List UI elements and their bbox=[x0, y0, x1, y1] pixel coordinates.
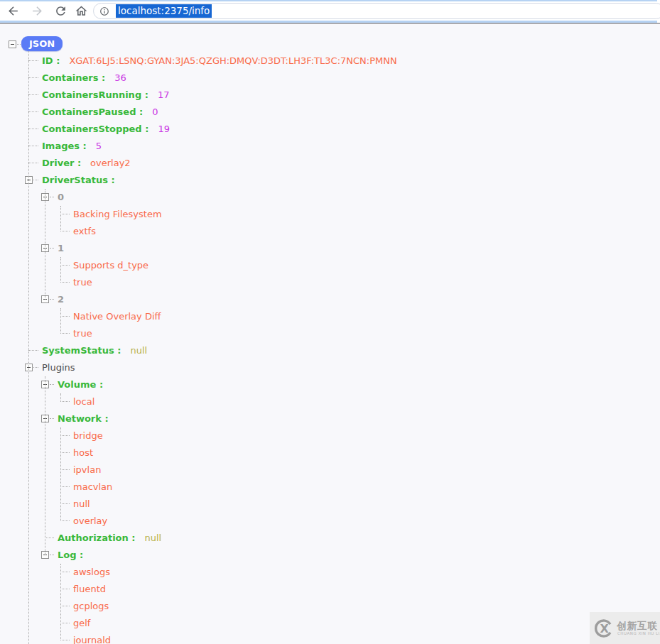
tree-guide bbox=[45, 376, 45, 555]
tree-connector bbox=[17, 44, 21, 45]
tree-entry: IDXGAT:6LJ5:LSNQ:GYAN:3JA5:QZGH:DMQV:D3D… bbox=[42, 53, 397, 70]
tree-row: macvlan bbox=[0, 479, 660, 496]
tree-row: ContainersPaused0 bbox=[0, 104, 660, 121]
json-value: 17 bbox=[158, 89, 170, 100]
tree-row: ContainersStopped19 bbox=[0, 121, 660, 138]
reload-button[interactable] bbox=[54, 4, 68, 18]
json-key[interactable]: Log bbox=[58, 550, 83, 560]
json-value: journald bbox=[73, 635, 111, 644]
tree-entry: fluentd bbox=[73, 581, 106, 598]
tree-entry: Backing Filesystem bbox=[73, 206, 162, 223]
json-value: fluentd bbox=[73, 584, 106, 594]
tree-row: 2 bbox=[0, 291, 660, 308]
back-button[interactable] bbox=[6, 4, 21, 18]
json-value: null bbox=[130, 345, 147, 356]
forward-button[interactable] bbox=[31, 4, 45, 18]
home-icon bbox=[75, 4, 88, 18]
tree-guide bbox=[28, 51, 29, 644]
json-key[interactable]: 1 bbox=[58, 243, 64, 253]
json-value: ipvlan bbox=[73, 464, 101, 475]
tree-connector bbox=[60, 265, 70, 266]
address-bar[interactable]: localhost:2375/info bbox=[93, 3, 660, 19]
tree-row: Containers36 bbox=[0, 70, 660, 87]
tree-guide bbox=[45, 189, 45, 300]
json-value: null bbox=[73, 498, 90, 509]
json-key: ContainersStopped bbox=[42, 124, 148, 134]
tree-row: Driveroverlay2 bbox=[0, 155, 660, 172]
tree-entry: ipvlan bbox=[73, 462, 101, 479]
json-value: overlay bbox=[73, 515, 107, 526]
tree-guide bbox=[60, 427, 61, 521]
tree-entry: Driveroverlay2 bbox=[42, 155, 131, 172]
json-value: overlay2 bbox=[90, 158, 131, 168]
tree-row: 1 bbox=[0, 240, 660, 257]
json-value: XGAT:6LJ5:LSNQ:GYAN:3JA5:QZGH:DMQV:D3DT:… bbox=[69, 55, 396, 66]
json-key: SystemStatus bbox=[42, 345, 121, 356]
page-info-button[interactable] bbox=[99, 6, 109, 16]
tree-connector bbox=[60, 640, 70, 640]
tree-entry: gcplogs bbox=[73, 598, 109, 615]
json-key[interactable]: Volume bbox=[58, 379, 103, 390]
tree-connector bbox=[45, 537, 54, 538]
tree-row: IDXGAT:6LJ5:LSNQ:GYAN:3JA5:QZGH:DMQV:D3D… bbox=[0, 53, 660, 70]
tree-row: local bbox=[0, 393, 660, 410]
watermark-logo-icon: X bbox=[594, 618, 614, 638]
tree-guide bbox=[60, 393, 61, 402]
tree-entry: DriverStatus bbox=[42, 172, 115, 189]
json-key: Authorization bbox=[58, 533, 136, 543]
tree-connector bbox=[60, 316, 70, 317]
watermark: X 创新互联 CHUANG XIN HU LIAN bbox=[590, 612, 660, 644]
tree-row: Backing Filesystem bbox=[0, 206, 660, 223]
tree-row: true bbox=[0, 274, 660, 291]
tree-guide bbox=[60, 308, 61, 334]
json-value: awslogs bbox=[73, 567, 110, 577]
tree-row: Authorizationnull bbox=[0, 530, 660, 547]
tree-connector bbox=[28, 146, 38, 146]
json-value: gelf bbox=[73, 618, 90, 628]
tree-connector bbox=[50, 418, 54, 419]
json-value: local bbox=[73, 396, 94, 407]
tree-row: Network bbox=[0, 410, 660, 427]
minus-icon bbox=[11, 44, 14, 45]
tree-connector bbox=[60, 214, 70, 214]
info-icon bbox=[99, 6, 109, 16]
json-key[interactable]: 0 bbox=[58, 192, 64, 202]
json-value: true bbox=[73, 328, 92, 339]
tree-row: Images5 bbox=[0, 138, 660, 155]
json-key[interactable]: 2 bbox=[58, 294, 64, 305]
home-button[interactable] bbox=[75, 4, 89, 18]
tree-entry: local bbox=[73, 393, 94, 410]
tree-connector bbox=[60, 486, 70, 487]
tree-connector bbox=[60, 623, 70, 623]
url-text[interactable]: localhost:2375/info bbox=[116, 4, 212, 18]
json-value: extfs bbox=[73, 226, 96, 236]
tree-entry: SystemStatusnull bbox=[42, 342, 147, 359]
tree-row: overlay bbox=[0, 513, 660, 530]
tree-guide bbox=[60, 206, 61, 231]
tree-connector bbox=[60, 520, 70, 521]
watermark-text-en: CHUANG XIN HU LIAN bbox=[617, 631, 660, 635]
tree-entry: true bbox=[73, 325, 92, 342]
tree-entry: ContainersStopped19 bbox=[42, 121, 170, 138]
tree-toggle-root[interactable] bbox=[9, 40, 16, 48]
tree-entry: awslogs bbox=[73, 564, 110, 581]
json-key: Driver bbox=[42, 158, 81, 168]
tree-row: ContainersRunning17 bbox=[0, 87, 660, 104]
json-key: ContainersPaused bbox=[42, 107, 143, 117]
tree-row: SystemStatusnull bbox=[0, 342, 660, 359]
json-key[interactable]: Network bbox=[58, 413, 109, 424]
tree-connector bbox=[60, 606, 70, 606]
tree-connector bbox=[60, 333, 70, 334]
tree-row: true bbox=[0, 325, 660, 342]
tree-connector bbox=[60, 589, 70, 589]
json-value: bridge bbox=[73, 430, 103, 441]
tree-connector bbox=[28, 350, 38, 351]
json-key[interactable]: DriverStatus bbox=[42, 175, 115, 185]
tree-connector bbox=[60, 469, 70, 470]
tree-row: Native Overlay Diff bbox=[0, 308, 660, 325]
json-root-badge[interactable]: JSON bbox=[21, 36, 63, 51]
tree-row: gelf bbox=[0, 615, 660, 632]
json-key[interactable]: Plugins bbox=[42, 362, 75, 373]
tree-row: fluentd bbox=[0, 581, 660, 598]
tree-entry: ContainersRunning17 bbox=[42, 87, 169, 104]
